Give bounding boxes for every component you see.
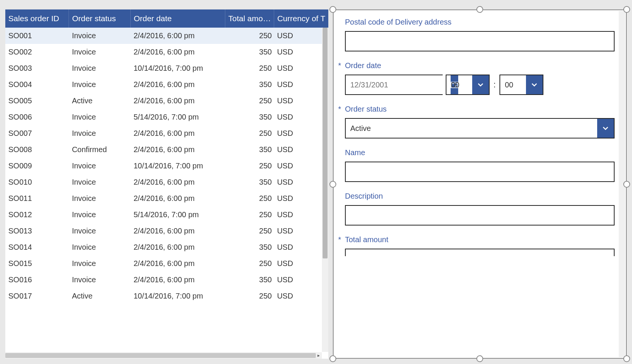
cell-id: SO007 [5, 125, 69, 142]
cell-date: 10/14/2016, 7:00 pm [131, 288, 225, 304]
cell-status: Invoice [69, 125, 131, 142]
col-header-status[interactable]: Order status [69, 9, 131, 28]
col-header-date[interactable]: Order date [131, 9, 225, 28]
cell-id: SO010 [5, 174, 69, 190]
cell-date: 2/4/2016, 6:00 pm [131, 76, 225, 93]
table-row[interactable]: SO006Invoice5/14/2016, 7:00 pm350USD [5, 109, 328, 125]
orders-table-header-row: Sales order ID Order status Order date T… [5, 9, 328, 28]
table-row[interactable]: SO005Active2/4/2016, 6:00 pm250USD [5, 93, 328, 109]
cell-amount: 250 [225, 288, 274, 304]
cell-id: SO013 [5, 223, 69, 239]
cell-currency: USD [274, 76, 328, 93]
minute-dropdown-button[interactable] [526, 75, 543, 94]
scroll-right-arrow-icon[interactable]: ► [315, 352, 322, 359]
cell-id: SO003 [5, 60, 69, 76]
label-name: Name [345, 148, 365, 157]
cell-date: 2/4/2016, 6:00 pm [131, 93, 225, 109]
table-row[interactable]: SO003Invoice10/14/2016, 7:00 pm250USD [5, 60, 328, 76]
cell-currency: USD [274, 272, 328, 288]
cell-id: SO017 [5, 288, 69, 304]
table-row[interactable]: SO013Invoice2/4/2016, 6:00 pm250USD [5, 223, 328, 239]
grid-vertical-scrollbar[interactable] [322, 28, 328, 352]
status-select[interactable]: Active [345, 118, 615, 138]
input-name[interactable] [345, 162, 615, 182]
col-header-amount[interactable]: Total amo… [225, 9, 274, 28]
cell-currency: USD [274, 255, 328, 272]
resize-handle[interactable] [623, 6, 630, 13]
cell-date: 10/14/2016, 7:00 pm [131, 158, 225, 174]
table-row[interactable]: SO011Invoice2/4/2016, 6:00 pm250USD [5, 190, 328, 207]
cell-date: 5/14/2016, 7:00 pm [131, 109, 225, 125]
cell-id: SO001 [5, 28, 69, 44]
resize-handle[interactable] [476, 355, 483, 362]
table-row[interactable]: SO017Active10/14/2016, 7:00 pm250USD [5, 288, 328, 304]
hour-select[interactable]: 00 [446, 75, 490, 95]
table-row[interactable]: SO009Invoice10/14/2016, 7:00 pm250USD [5, 158, 328, 174]
cell-id: SO015 [5, 255, 69, 272]
cell-currency: USD [274, 44, 328, 60]
orders-table: Sales order ID Order status Order date T… [5, 9, 328, 304]
hour-dropdown-button[interactable] [472, 75, 489, 94]
resize-handle[interactable] [329, 181, 336, 188]
table-row[interactable]: SO004Invoice2/4/2016, 6:00 pm350USD [5, 76, 328, 93]
date-picker [345, 75, 443, 95]
form-panel[interactable]: Postal code of Delivery address * Order … [333, 9, 627, 359]
cell-currency: USD [274, 125, 328, 142]
table-row[interactable]: SO012Invoice5/14/2016, 7:00 pm250USD [5, 207, 328, 223]
cell-amount: 250 [225, 255, 274, 272]
cell-status: Invoice [69, 190, 131, 207]
input-postal[interactable] [345, 31, 615, 51]
label-description: Description [345, 192, 383, 201]
cell-date: 2/4/2016, 6:00 pm [131, 223, 225, 239]
cell-amount: 250 [225, 158, 274, 174]
status-dropdown-button[interactable] [597, 119, 614, 138]
cell-date: 2/4/2016, 6:00 pm [131, 125, 225, 142]
col-header-id[interactable]: Sales order ID [5, 9, 69, 28]
cell-status: Invoice [69, 60, 131, 76]
resize-handle[interactable] [623, 181, 630, 188]
cell-id: SO008 [5, 142, 69, 158]
resize-handle[interactable] [476, 6, 483, 13]
cell-status: Invoice [69, 239, 131, 255]
cell-amount: 250 [225, 190, 274, 207]
cell-amount: 350 [225, 44, 274, 60]
cell-amount: 250 [225, 60, 274, 76]
resize-handle[interactable] [329, 355, 336, 362]
cell-date: 2/4/2016, 6:00 pm [131, 255, 225, 272]
table-row[interactable]: SO008Confirmed2/4/2016, 6:00 pm350USD [5, 142, 328, 158]
field-description: Description [345, 192, 615, 226]
cell-status: Confirmed [69, 142, 131, 158]
cell-currency: USD [274, 28, 328, 44]
table-row[interactable]: SO001Invoice2/4/2016, 6:00 pm250USD [5, 28, 328, 44]
input-total[interactable] [345, 249, 615, 256]
cell-id: SO009 [5, 158, 69, 174]
input-order-date[interactable] [346, 75, 451, 94]
table-row[interactable]: SO002Invoice2/4/2016, 6:00 pm350USD [5, 44, 328, 60]
required-mark: * [338, 235, 345, 244]
minute-select[interactable]: 00 [499, 75, 543, 95]
resize-handle[interactable] [623, 355, 630, 362]
grid-vertical-scrollbar-thumb[interactable] [323, 28, 328, 258]
chevron-down-icon [602, 124, 609, 132]
table-row[interactable]: SO010Invoice2/4/2016, 6:00 pm350USD [5, 174, 328, 190]
cell-status: Invoice [69, 207, 131, 223]
cell-status: Active [69, 288, 131, 304]
required-mark: * [338, 61, 345, 70]
grid-horizontal-scrollbar-thumb[interactable] [5, 353, 316, 358]
field-order-date: * Order date 00 [345, 61, 615, 95]
resize-handle[interactable] [329, 6, 336, 13]
table-row[interactable]: SO016Invoice2/4/2016, 6:00 pm350USD [5, 272, 328, 288]
cell-date: 2/4/2016, 6:00 pm [131, 190, 225, 207]
minute-value: 00 [500, 75, 526, 94]
table-row[interactable]: SO014Invoice2/4/2016, 6:00 pm350USD [5, 239, 328, 255]
input-description[interactable] [345, 205, 615, 226]
cell-date: 2/4/2016, 6:00 pm [131, 28, 225, 44]
table-row[interactable]: SO007Invoice2/4/2016, 6:00 pm250USD [5, 125, 328, 142]
table-row[interactable]: SO015Invoice2/4/2016, 6:00 pm250USD [5, 255, 328, 272]
col-header-currency[interactable]: Currency of T [274, 9, 328, 28]
cell-date: 2/4/2016, 6:00 pm [131, 272, 225, 288]
cell-currency: USD [274, 158, 328, 174]
cell-currency: USD [274, 93, 328, 109]
grid-horizontal-scrollbar[interactable]: ◄ ► [5, 352, 322, 359]
cell-status: Invoice [69, 174, 131, 190]
